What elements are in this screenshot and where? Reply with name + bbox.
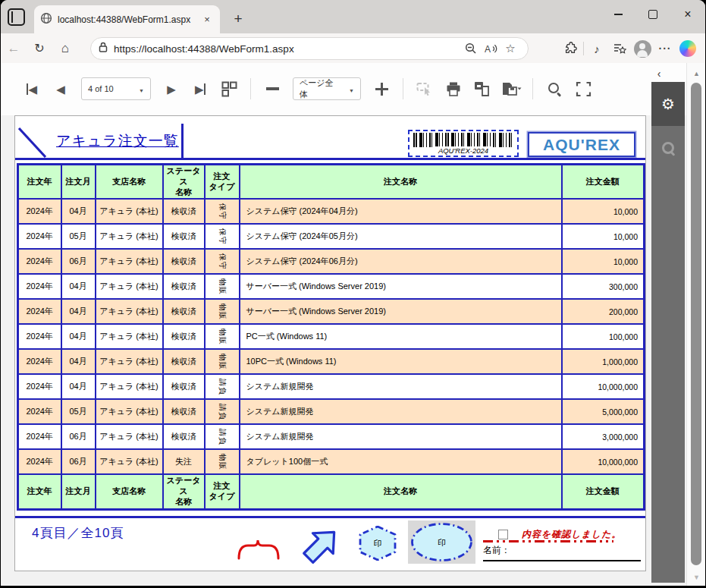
table-cell: 2024年 [18,424,61,449]
table-cell: 04月 [61,299,96,324]
table-row: 2024年06月アキュラ (本社)検収済保守システム保守 (2024年06月分)… [18,249,645,274]
table-cell: サーバー一式 (Windows Server 2019) [240,299,562,324]
barcode-label: AQU'REX-2024 [435,146,491,155]
collections-icon[interactable] [608,38,631,59]
header-row: 注文年注文月支店名称ステータス 名称注文 タイプ注文名称注文金額 [18,474,645,509]
table-cell: 06月 [61,449,96,474]
back-button[interactable] [1,37,27,60]
next-page-button[interactable] [160,76,183,102]
scrollbar[interactable] [686,63,705,586]
first-page-button[interactable] [20,76,43,102]
maximize-button[interactable] [635,0,670,29]
table-cell: 10,000,000 [562,449,645,474]
extensions-icon[interactable] [559,38,582,59]
new-tab-button[interactable] [228,9,248,29]
minimize-button[interactable] [601,0,635,29]
logo-text: AQU'REX [543,136,620,154]
table-cell: 2024年 [18,449,61,474]
table-cell: 失注 [163,449,205,474]
oval-stamp: 印 [408,520,475,564]
tab-close-icon[interactable] [200,13,214,27]
table-cell: アキュラ (本社) [96,224,163,249]
table-cell: システム新規開発 [240,399,562,424]
print-button[interactable] [442,76,465,102]
viewer-toolbar-zone: 4 of 10 ページ全体 [1,63,686,115]
page-indicator: 4 of 10 [88,84,128,93]
refresh-button[interactable] [27,37,52,60]
zoom-out-button[interactable] [261,76,284,102]
parameters-button[interactable] [651,82,685,126]
globe-icon [40,12,52,27]
close-button[interactable] [670,0,705,29]
company-logo: AQU'REX [528,132,635,157]
search-button[interactable] [543,76,566,102]
table-cell: 100,000 [562,324,645,349]
table-cell: 物販 [205,349,240,374]
table-cell: 10,000 [562,249,645,274]
collapse-panel-button[interactable] [653,68,665,80]
table-cell: 300,000 [562,274,645,299]
scrollbar-thumb[interactable] [691,83,701,565]
table-cell: PC一式 (Windows 11) [240,324,562,349]
blue-arrow-shape [298,523,344,568]
column-header: 注文金額 [562,165,645,200]
print-layout-button[interactable] [471,76,494,102]
order-table-wrap: 注文年注文月支店名称ステータス 名称注文 タイプ注文名称注文金額 2024年04… [17,163,644,511]
table-cell: 04月 [61,349,96,374]
previous-page-button[interactable] [49,76,72,102]
tab-actions-button[interactable] [7,8,26,27]
zoom-in-button[interactable] [370,76,393,102]
zoom-select[interactable]: ページ全体 [293,77,361,100]
multipage-view-button[interactable] [218,76,240,102]
table-cell: 検収済 [163,224,205,249]
read-aloud-icon[interactable]: A [481,39,500,58]
table-cell: システム保守 (2024年05月分) [240,224,562,249]
address-bar: https://localhost:44388/WebForm1.aspx A [1,33,705,64]
home-button[interactable] [52,37,78,60]
workspaces-icon [8,8,25,26]
table-cell: 2024年 [18,349,61,374]
maximize-icon [648,10,657,19]
table-row: 2024年05月アキュラ (本社)検収済保守システム保守 (2024年05月分)… [18,224,645,249]
first-page-icon [28,83,37,95]
column-header: 注文名称 [240,474,562,509]
table-header: 注文年注文月支店名称ステータス 名称注文 タイプ注文名称注文金額 [18,165,645,200]
browser-window: localhost:44388/WebForm1.aspx https://lo… [1,0,705,586]
zoom-out-icon[interactable] [461,39,481,58]
table-cell: 2024年 [18,324,61,349]
table-cell: 04月 [61,374,96,399]
table-cell: 10PC一式 (Windows 11) [240,349,562,374]
fullscreen-button[interactable] [572,76,595,102]
table-cell: 保守 [205,199,240,224]
table-cell: 04月 [61,199,96,224]
order-table-body: 2024年04月アキュラ (本社)検収済保守システム保守 (2024年04月分)… [18,199,645,474]
header-horizontal-rule [15,158,645,160]
scroll-down-icon[interactable] [687,571,705,583]
table-cell: 請負 [205,374,240,399]
favorite-star-icon[interactable] [500,39,520,58]
copilot-button[interactable] [676,38,699,59]
page-number-text: 4頁目／全10頁 [32,524,124,542]
table-cell: 検収済 [163,249,205,274]
last-page-icon [195,83,204,95]
url-field[interactable]: https://localhost:44388/WebForm1.aspx A [90,37,529,60]
browser-tab[interactable]: localhost:44388/WebForm1.aspx [34,5,220,33]
export-button[interactable] [500,76,522,102]
table-cell: 05月 [61,224,96,249]
table-row: 2024年06月アキュラ (本社)失注物販タブレット100個一式10,000,0… [18,449,645,474]
table-cell: 検収済 [163,274,205,299]
column-header: ステータス 名称 [163,474,205,509]
table-cell: 04月 [61,274,96,299]
panel-search-button[interactable] [651,126,685,170]
page-select[interactable]: 4 of 10 [81,77,151,100]
last-page-button[interactable] [189,76,212,102]
more-menu-icon[interactable] [654,38,676,59]
table-cell: 検収済 [163,324,205,349]
table-cell: 保守 [205,224,240,249]
text-select-icon [416,81,433,96]
media-controls-icon[interactable] [585,38,608,59]
table-cell: 検収済 [163,374,205,399]
profile-avatar[interactable] [631,38,654,59]
table-cell: 1,000,000 [562,349,645,374]
scroll-up-icon[interactable] [687,68,705,80]
